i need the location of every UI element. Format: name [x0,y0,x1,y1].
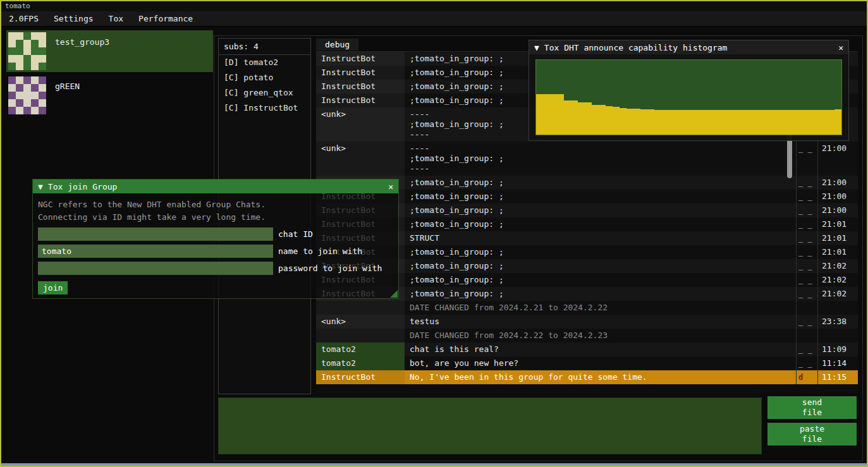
close-icon[interactable]: ✕ [388,182,393,191]
message-flags: _ _ [796,231,817,245]
histogram-bar [800,110,807,135]
histogram-bar [786,110,793,135]
histogram-bar [654,110,661,135]
message-flags: _ _ [796,315,817,329]
avatar-pixel [39,92,46,99]
message-text: ;tomato_in_group: ; [405,217,796,231]
close-icon[interactable]: ✕ [838,43,843,52]
os-titlebar: tomato [1,1,867,11]
menu-item-tox[interactable]: Tox [101,12,131,25]
histogram-bar [536,94,543,135]
subs-list-item[interactable]: [C] potato [219,70,310,85]
sidebar-group-gREEN[interactable]: gREEN [6,75,213,116]
avatar-pixel [23,40,31,47]
message-time: 21:00 [817,190,858,203]
paste-file-button[interactable]: paste file [767,423,857,446]
avatar-pixel [39,32,46,40]
subs-list-item[interactable]: [C] green_qtox [219,85,310,100]
message-flags: _ _ [796,142,817,176]
send-file-button[interactable]: send file [767,396,857,419]
histogram-bar [828,110,834,135]
avatar-pixel [31,32,39,40]
menu-item-settings[interactable]: Settings [46,12,101,25]
join-field-row: chat ID [38,227,393,241]
join-fields: chat IDname to join withpassword to join… [38,227,393,275]
histogram-bar [661,110,668,135]
join-info-line: Connecting via ID might take a very long… [38,211,393,224]
message-flags: _ _ [796,259,817,273]
subs-list-item[interactable]: [D] tomato2 [219,55,310,70]
message-time: 23:38 [817,315,858,329]
sender-name: InstructBot [316,52,405,66]
message-text: ;tomato_in_group: ; [405,203,796,217]
avatar-pixel [16,32,23,40]
avatar-pixel [31,84,39,92]
group-name: gREEN [55,82,80,91]
histogram-bar [765,110,772,135]
avatar-pixel [23,63,31,70]
message-time: 21:00 [817,176,858,190]
avatar-pixel [23,55,31,63]
avatar-pixel [39,47,46,55]
sender-name: tomato2 [316,356,405,370]
message-text: bot, are you new here? [405,356,796,370]
histogram-bar [696,110,703,135]
message-time: 21:00 [817,203,858,217]
bottom-edge [1,463,867,466]
dht-histogram-window: ▼ Tox DHT announce capability histogram … [529,40,848,140]
message-text: STRUCT [405,231,796,245]
sidebar-group-test_group3[interactable]: test_group3 [6,30,213,72]
menu-item-performance[interactable]: Performance [131,12,200,25]
avatar-pixel [39,99,46,107]
message-text: ;tomato_in_group: ; [405,176,796,190]
avatar-pixel [8,92,16,99]
join-button[interactable]: join [38,281,68,294]
resize-grip-icon[interactable] [390,290,398,298]
collapse-icon[interactable]: ▼ [534,43,539,52]
collapse-icon[interactable]: ▼ [38,182,43,191]
avatar-pixel [23,76,31,84]
message-time: 11:14 [817,356,858,370]
histogram-bar [814,110,821,135]
join-window-titlebar: ▼ Tox join Group ✕ [33,179,398,193]
group-avatar [8,76,46,114]
avatar-pixel [8,76,16,84]
avatar-pixel [16,92,23,99]
message-row: tomato2chat is this real?_ _11:09 [316,343,858,356]
avatar-pixel [39,107,46,114]
avatar-pixel [16,76,23,84]
subs-list-item[interactable]: [C] InstructBot [219,100,310,116]
join-field-name-to-join-with[interactable] [38,245,273,258]
avatar-pixel [31,107,39,114]
histogram-bar [640,109,647,135]
subs-header: subs: 4 [219,39,310,55]
histogram-bar [759,110,766,135]
message-flags: _ _ [796,356,817,370]
histogram-bar [599,105,606,135]
histogram-bar [564,100,571,135]
avatar-pixel [23,47,31,55]
histogram-bar [717,110,724,135]
histogram-bar [772,110,779,135]
message-flags: _ _ [796,190,817,203]
join-field-password-to-join-with[interactable] [38,262,273,275]
histogram-plot [535,59,842,135]
sender-name: InstructBot [316,94,405,107]
tab-debug[interactable]: debug [316,39,358,51]
message-text: ;tomato_in_group: ; [405,287,796,301]
histogram-bar [752,110,759,135]
histogram-bar [834,109,841,135]
histogram-bar [821,110,828,135]
join-field-label: name to join with [278,246,362,256]
message-time: 11:09 [817,343,858,356]
join-window-title: Tox join Group [48,182,118,191]
histogram-bar [627,109,633,135]
avatar-pixel [8,63,16,70]
join-field-chat-ID[interactable] [38,227,273,241]
menu-bar: 2.0FPSSettingsToxPerformance [1,11,867,27]
sender-name: <unk> [316,315,405,329]
histogram-bar [779,110,786,135]
message-input[interactable] [218,397,762,454]
message-flags: _ _ [796,343,817,356]
message-text: ----;tomato_in_group: ;---- [405,142,796,176]
